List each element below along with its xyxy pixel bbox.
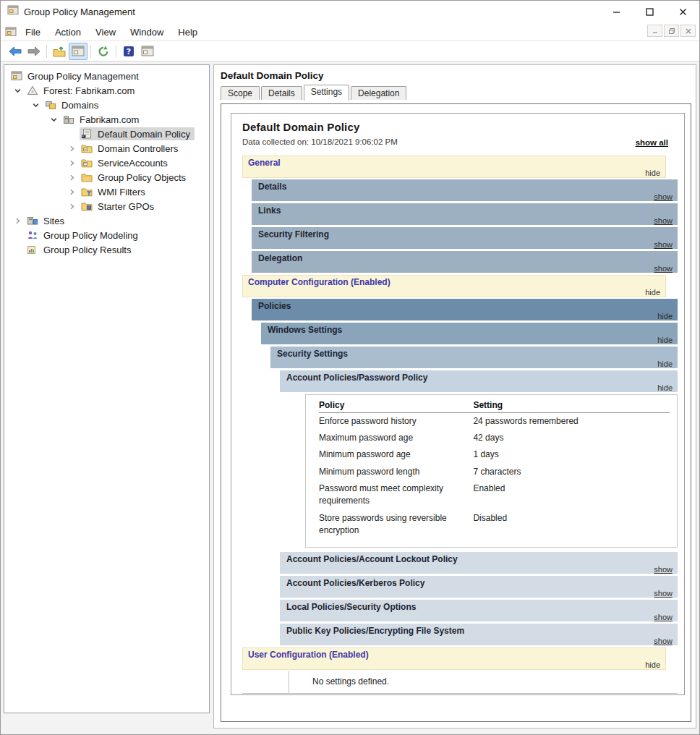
tree-item-starter-gpos[interactable]: Starter GPOs xyxy=(4,199,209,213)
mdi-minimize-button[interactable] xyxy=(647,25,662,37)
window-icon[interactable] xyxy=(138,43,157,60)
forward-arrow-icon[interactable] xyxy=(25,43,43,60)
show-link[interactable]: show xyxy=(654,240,673,249)
chevron-down-icon[interactable] xyxy=(46,114,61,124)
tree-item-serviceaccounts[interactable]: ServiceAccounts xyxy=(4,156,209,170)
hide-link[interactable]: hide xyxy=(657,383,673,392)
tree-item-label: Sites xyxy=(43,216,64,226)
menu-window[interactable]: Window xyxy=(123,25,171,40)
tab-settings[interactable]: Settings xyxy=(304,85,349,101)
tree-item-label: Starter GPOs xyxy=(98,201,154,212)
chevron-right-icon[interactable] xyxy=(64,201,80,211)
settings-report[interactable]: Default Domain Policy Data collected on:… xyxy=(231,113,685,695)
section-title: User Configuration (Enabled) xyxy=(248,650,369,660)
hide-link[interactable]: hide xyxy=(657,336,673,344)
section-title: Security Filtering xyxy=(258,229,329,239)
window-title: Group Policy Management xyxy=(24,7,135,17)
policy-name: Store passwords using reversible encrypt… xyxy=(319,510,473,540)
sites-icon xyxy=(27,216,40,226)
report-header: Default Domain Policy Data collected on:… xyxy=(231,114,684,153)
domains-icon xyxy=(45,100,58,110)
show-link[interactable]: show xyxy=(654,589,673,598)
ou-icon xyxy=(81,158,94,168)
menu-file[interactable]: File xyxy=(18,25,48,40)
show-link[interactable]: show xyxy=(654,637,673,645)
chevron-right-icon[interactable] xyxy=(64,143,80,153)
section-account-policies-password-policy: Account Policies/Password Policyhide xyxy=(280,370,678,392)
tree-item-sites[interactable]: Sites xyxy=(4,213,209,228)
policy-setting: 1 days xyxy=(473,446,670,463)
show-all-link[interactable]: show all xyxy=(636,138,668,147)
export-folder-icon[interactable] xyxy=(50,43,69,60)
tree-item-group-policy-results[interactable]: Group Policy Results xyxy=(4,242,209,257)
gpmc-window: Group Policy Management FileActionViewWi… xyxy=(0,0,700,735)
mdi-restore-button[interactable] xyxy=(664,25,679,37)
show-link[interactable]: show xyxy=(654,192,673,201)
tree-item-domain-controllers[interactable]: Domain Controllers xyxy=(4,141,209,156)
maximize-button[interactable] xyxy=(633,1,666,22)
chevron-placeholder xyxy=(64,129,80,139)
tab-strip: ScopeDetailsSettingsDelegation xyxy=(214,85,696,100)
help-icon[interactable]: ? xyxy=(119,43,138,60)
menu-help[interactable]: Help xyxy=(171,25,205,40)
hide-link[interactable]: hide xyxy=(645,288,660,297)
no-settings-row: No settings defined. xyxy=(242,671,678,694)
tree-item-domains[interactable]: Domains xyxy=(4,98,209,112)
show-link[interactable]: show xyxy=(654,216,673,225)
tab-details[interactable]: Details xyxy=(261,86,302,100)
policy-setting: Disabled xyxy=(473,510,670,540)
back-arrow-icon[interactable] xyxy=(6,43,25,60)
column-header-setting: Setting xyxy=(473,399,670,413)
tree-item-wmi-filters[interactable]: WMI Filters xyxy=(4,184,209,199)
hide-link[interactable]: hide xyxy=(645,169,660,177)
hide-link[interactable]: hide xyxy=(657,312,673,320)
folder-gpo-icon xyxy=(81,201,94,211)
chevron-down-icon[interactable] xyxy=(9,85,25,95)
tree-item-label: Domain Controllers xyxy=(98,143,178,154)
console-tree: Group Policy ManagementForest: Fabrikam.… xyxy=(4,65,209,257)
tree-item-group-policy-management[interactable]: Group Policy Management xyxy=(4,69,209,83)
empty-cell xyxy=(242,671,289,694)
tree-item-label: Group Policy Results xyxy=(43,245,131,255)
section-general: Generalhide xyxy=(242,156,666,178)
no-settings-text: No settings defined. xyxy=(312,676,389,687)
policy-row: Minimum password length7 characters xyxy=(319,464,670,480)
data-collected-timestamp: Data collected on: 10/18/2021 9:06:02 PM xyxy=(242,137,410,148)
toolbar-separator xyxy=(116,45,116,58)
tree-item-group-policy-objects[interactable]: Group Policy Objects xyxy=(4,170,209,184)
modeling-icon xyxy=(27,230,40,240)
tree-item-group-policy-modeling[interactable]: Group Policy Modeling xyxy=(4,228,209,242)
hide-link[interactable]: hide xyxy=(657,360,673,368)
tree-item-label: ServiceAccounts xyxy=(98,158,168,169)
tree-item-forest-fabrikam-com[interactable]: Forest: Fabrikam.com xyxy=(4,83,209,98)
tree-item-default-domain-policy[interactable]: Default Domain Policy xyxy=(4,127,209,141)
chevron-right-icon[interactable] xyxy=(64,172,80,182)
show-console-tree-window-icon[interactable] xyxy=(69,43,88,60)
section-title: Policies xyxy=(258,301,291,311)
menu-view[interactable]: View xyxy=(88,25,123,40)
chevron-placeholder xyxy=(9,245,25,255)
close-button[interactable] xyxy=(666,1,699,22)
section-security-filtering: Security Filteringshow xyxy=(252,227,678,249)
chevron-down-icon[interactable] xyxy=(27,100,43,110)
show-link[interactable]: show xyxy=(654,565,673,574)
chevron-right-icon[interactable] xyxy=(64,187,80,197)
hide-link[interactable]: hide xyxy=(645,660,660,669)
window-controls xyxy=(599,1,699,22)
tab-delegation[interactable]: Delegation xyxy=(351,86,406,100)
show-link[interactable]: show xyxy=(654,264,673,273)
show-link[interactable]: show xyxy=(654,613,673,621)
policy-name: Maximum password age xyxy=(319,430,473,446)
password-policy-table: PolicySettingEnforce password history24 … xyxy=(305,394,678,548)
chevron-right-icon[interactable] xyxy=(64,158,80,168)
section-title: Windows Settings xyxy=(268,325,342,335)
refresh-icon[interactable] xyxy=(94,43,113,60)
section-title: Public Key Policies/Encrypting File Syst… xyxy=(286,626,464,636)
chevron-right-icon[interactable] xyxy=(9,216,25,226)
section-account-policies-account-lockout-policy: Account Policies/Account Lockout Policys… xyxy=(280,552,678,574)
mdi-close-button[interactable] xyxy=(680,25,696,37)
tab-scope[interactable]: Scope xyxy=(221,86,260,100)
menu-action[interactable]: Action xyxy=(48,25,88,40)
minimize-button[interactable] xyxy=(599,1,633,22)
tree-item-fabrikam-com[interactable]: Fabrikam.com xyxy=(4,112,209,127)
